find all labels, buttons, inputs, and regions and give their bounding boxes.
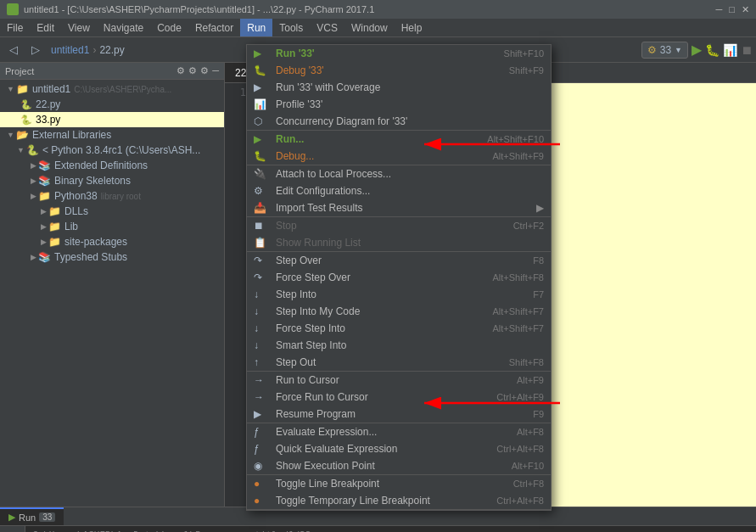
quick-eval-icon: ƒ [254,443,271,455]
tree-item-py38lib[interactable]: ▶ 📁 Python38 library root [0,188,224,204]
menu-row-run33[interactable]: ▶ Run '33' Shift+F10 [247,45,551,62]
collapse-icon[interactable]: ─ [212,65,219,76]
menu-row-eval-expr[interactable]: ƒ Evaluate Expression... Alt+F8 [247,423,551,440]
show-exec-icon: ◉ [254,460,271,472]
menu-row-attach[interactable]: 🔌 Attach to Local Process... [247,165,551,182]
menu-row-toggle-bp[interactable]: ● Toggle Line Breakpoint Ctrl+F8 [247,475,551,492]
menu-section-8: ● Toggle Line Breakpoint Ctrl+F8 ● Toggl… [247,475,551,510]
library-icon-bin: 📚 [38,175,51,187]
tree-item-22py[interactable]: 🐍 22.py [0,97,224,112]
import-test-label: Import Test Results [276,202,529,214]
tree-label-py38-suffix: library root [101,192,141,201]
tree-label-untitled1: untitled1 [32,83,70,95]
tree-item-ext-defs[interactable]: ▶ 📚 Extended Definitions [0,158,224,173]
debug-dots-icon: 🐛 [254,150,271,162]
tree-item-site-pkgs[interactable]: ▶ 📁 site-packages [0,234,224,249]
run-button[interactable]: ▶ [692,42,702,58]
python-icon: 🐍 [26,144,39,156]
tab-run[interactable]: ▶ Run 33 [0,507,64,525]
menu-navigate[interactable]: Navigate [97,19,150,36]
menu-row-show-running: 📋 Show Running List [247,234,551,251]
breadcrumb-project[interactable]: untitled1 [51,44,89,56]
menu-window[interactable]: Window [344,19,395,36]
line-num-1: 1 [228,87,246,98]
menu-row-run-cursor[interactable]: → Run to Cursor Alt+F9 [247,372,551,389]
menu-row-force-step-into[interactable]: ↓ Force Step Into Alt+Shift+F7 [247,320,551,337]
run-icon: ▶ [254,48,271,59]
tree-item-dlls[interactable]: ▶ 📁 DLLs [0,204,224,219]
menu-row-toggle-temp-bp[interactable]: ● Toggle Temporary Line Breakpoint Ctrl+… [247,492,551,509]
smart-step-into-label: Smart Step Into [276,339,544,351]
settings-icon[interactable]: ⚙ [188,65,197,76]
breadcrumb-file[interactable]: 22.py [99,44,124,56]
menu-row-concurrency33[interactable]: ⬡ Concurrency Diagram for '33' [247,113,551,130]
tree-item-typeshed[interactable]: ▶ 📚 Typeshed Stubs [0,249,224,265]
menu-row-force-run-cursor[interactable]: → Force Run to Cursor Ctrl+Alt+F9 [247,389,551,406]
resume-icon: ▶ [254,408,271,420]
run-cursor-label: Run to Cursor [276,374,503,386]
minimize-btn[interactable]: ─ [716,4,723,15]
run-dots-label: Run... [276,133,473,145]
menu-row-coverage33[interactable]: ▶ Run '33' with Coverage [247,79,551,96]
step-into-mycode-shortcut: Alt+Shift+F7 [492,306,544,316]
menu-file[interactable]: File [0,19,30,36]
tree-item-python38[interactable]: ▼ 🐍 < Python 3.8.4rc1 (C:\Users\ASH... [0,143,224,158]
menu-row-step-out[interactable]: ↑ Step Out Shift+F8 [247,354,551,371]
eval-expr-shortcut: Alt+F8 [517,427,544,437]
menu-row-resume[interactable]: ▶ Resume Program F9 [247,406,551,423]
menu-row-smart-step-into[interactable]: ↓ Smart Step Into [247,337,551,354]
menu-row-quick-eval[interactable]: ƒ Quick Evaluate Expression Ctrl+Alt+F8 [247,440,551,457]
menu-row-edit-config[interactable]: ⚙ Edit Configurations... [247,182,551,199]
menu-vcs[interactable]: VCS [310,19,344,36]
menu-row-show-exec[interactable]: ◉ Show Execution Point Alt+F10 [247,457,551,474]
maximize-btn[interactable]: □ [729,4,735,15]
menu-view[interactable]: View [61,19,97,36]
menu-refactor[interactable]: Refactor [188,19,240,36]
run-config-selector[interactable]: ⚙ 33 ▼ [641,42,688,59]
window-title: untitled1 - [C:\Users\ASHER\PycharmProje… [24,4,374,14]
menu-row-debug33[interactable]: 🐛 Debug '33' Shift+F9 [247,62,551,79]
tree-item-lib[interactable]: ▶ 📁 Lib [0,219,224,234]
menu-help[interactable]: Help [395,19,429,36]
menu-row-profile33[interactable]: 📊 Profile '33' [247,96,551,113]
menu-section-5: ↷ Step Over F8 ↷ Force Step Over Alt+Shi… [247,252,551,372]
forward-btn[interactable]: ▷ [25,40,46,60]
tree-expand-python38: ▼ [17,146,25,154]
tree-item-ext-libs[interactable]: ▼ 📂 External Libraries [0,127,224,143]
project-panel: Project ⚙ ⚙ ⚙ ─ ▼ 📁 untitled1 C:\Users\A… [0,63,225,507]
stop-icon: ⏹ [254,220,271,232]
menu-row-step-into-mycode[interactable]: ↓ Step Into My Code Alt+Shift+F7 [247,303,551,320]
menu-code[interactable]: Code [150,19,188,36]
debug-button[interactable]: 🐛 [705,43,720,57]
step-into-mycode-icon: ↓ [254,305,271,317]
menu-edit[interactable]: Edit [30,19,61,36]
tree-label-33py: 33.py [36,114,60,126]
quick-eval-shortcut: Ctrl+Alt+F8 [496,444,544,454]
tree-item-33py[interactable]: 🐍 33.py [0,112,224,127]
back-btn[interactable]: ◁ [3,40,24,60]
menu-row-step-over[interactable]: ↷ Step Over F8 [247,252,551,269]
tree-label-site: site-packages [64,236,127,248]
menu-row-import-test[interactable]: 📥 Import Test Results ▶ [247,199,551,216]
menu-row-force-step-over[interactable]: ↷ Force Step Over Alt+Shift+F8 [247,269,551,286]
coverage-btn[interactable]: 📊 [723,43,737,57]
menu-row-run-dots[interactable]: ▶ Run... Alt+Shift+F10 [247,131,551,148]
close-btn[interactable]: ✕ [742,4,749,15]
project-header: Project ⚙ ⚙ ⚙ ─ [0,63,224,80]
menu-row-stop: ⏹ Stop Ctrl+F2 [247,217,551,234]
menu-row-debug-dots[interactable]: 🐛 Debug... Alt+Shift+F9 [247,148,551,165]
step-over-icon: ↷ [254,255,271,266]
menu-run[interactable]: Run [240,19,272,36]
tree-item-untitled1[interactable]: ▼ 📁 untitled1 C:\Users\ASHER\Pycha... [0,81,224,97]
project-label: Project [5,66,34,76]
menu-tools[interactable]: Tools [272,19,310,36]
tree-label-lib: Lib [64,221,78,232]
stop-btn[interactable]: ⏹ [741,43,753,57]
menu-row-step-into[interactable]: ↓ Step Into F7 [247,286,551,303]
quick-eval-label: Quick Evaluate Expression [276,443,483,455]
tree-item-bin-skel[interactable]: ▶ 📚 Binary Skeletons [0,173,224,188]
attach-label: Attach to Local Process... [276,168,544,180]
gear-icon[interactable]: ⚙ [200,65,209,76]
sync-icon[interactable]: ⚙ [176,65,185,76]
coverage-icon: ▶ [254,81,271,93]
